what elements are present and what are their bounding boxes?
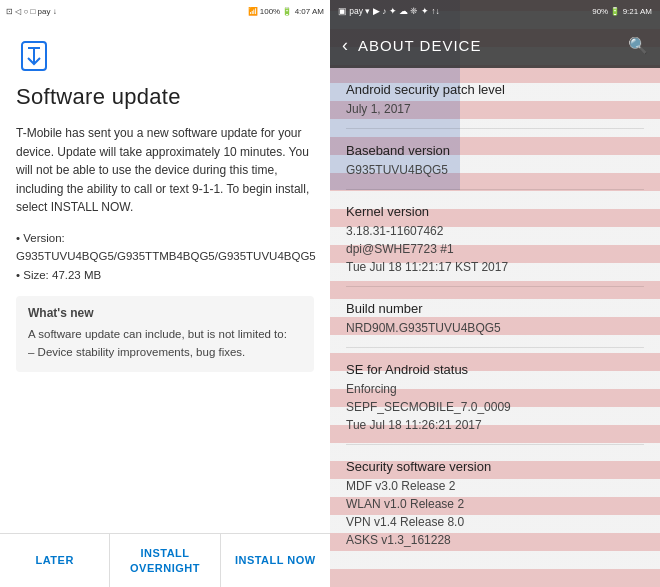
status-bar-left: ⊡ ◁ ○ □ pay ↓ 📶 100% 🔋 4:07 AM: [0, 0, 330, 22]
device-info-row: Android security patch levelJuly 1, 2017: [346, 68, 644, 129]
status-left: ▣ pay ▾ ▶ ♪ ✦ ☁ ❈ ✦ ↑↓: [338, 6, 440, 16]
device-info-list: Android security patch levelJuly 1, 2017…: [330, 68, 660, 587]
signal-battery-time: 📶 100% 🔋 4:07 AM: [248, 7, 324, 16]
right-panel: ▣ pay ▾ ▶ ♪ ✦ ☁ ❈ ✦ ↑↓ 90% 🔋 9:21 AM ‹ A…: [330, 0, 660, 587]
version-info: • Version: G935TUVU4BQG5/G935TTMB4BQG5/G…: [16, 229, 314, 284]
device-info-row: Baseband versionG935TUVU4BQG5: [346, 129, 644, 190]
later-button[interactable]: LATER: [0, 534, 110, 587]
info-row-value: Enforcing SEPF_SECMOBILE_7.0_0009 Tue Ju…: [346, 380, 644, 434]
whats-new-title: What's new: [28, 306, 302, 320]
info-row-label: Kernel version: [346, 204, 644, 219]
top-nav: ‹ ABOUT DEVICE 🔍: [330, 22, 660, 68]
install-now-button[interactable]: INSTALL NOW: [221, 534, 330, 587]
about-device-title: ABOUT DEVICE: [358, 37, 628, 54]
software-update-icon: [16, 38, 52, 74]
whats-new-text: A software update can include, but is no…: [28, 326, 302, 362]
info-row-label: Baseband version: [346, 143, 644, 158]
device-info-row: Security software versionMDF v3.0 Releas…: [346, 445, 644, 559]
info-row-label: Android security patch level: [346, 82, 644, 97]
device-info-row: SE for Android statusEnforcing SEPF_SECM…: [346, 348, 644, 445]
info-row-value: MDF v3.0 Release 2 WLAN v1.0 Release 2 V…: [346, 477, 644, 549]
status-bar-right-icons: 📶 100% 🔋 4:07 AM: [248, 7, 324, 16]
info-row-label: Security software version: [346, 459, 644, 474]
search-icon[interactable]: 🔍: [628, 36, 648, 55]
left-panel: ⊡ ◁ ○ □ pay ↓ 📶 100% 🔋 4:07 AM Software …: [0, 0, 330, 587]
info-row-value: July 1, 2017: [346, 100, 644, 118]
info-row-label: Build number: [346, 301, 644, 316]
status-right: 90% 🔋 9:21 AM: [592, 7, 652, 16]
status-left-icons: ▣ pay ▾ ▶ ♪ ✦ ☁ ❈ ✦ ↑↓: [338, 6, 440, 16]
info-row-value: G935TUVU4BQG5: [346, 161, 644, 179]
install-overnight-button[interactable]: INSTALL OVERNIGHT: [110, 534, 220, 587]
device-info-row: Build numberNRD90M.G935TUVU4BQG5: [346, 287, 644, 348]
info-row-value: NRD90M.G935TUVU4BQG5: [346, 319, 644, 337]
status-icons-left: ⊡ ◁ ○ □ pay ↓: [6, 7, 57, 16]
description-text: T-Mobile has sent you a new software upd…: [16, 124, 314, 217]
content-area: Software update T-Mobile has sent you a …: [0, 22, 330, 533]
back-button[interactable]: ‹: [342, 35, 348, 56]
page-title: Software update: [16, 84, 314, 110]
bottom-buttons: LATER INSTALL OVERNIGHT INSTALL NOW: [0, 533, 330, 587]
info-row-label: SE for Android status: [346, 362, 644, 377]
status-bar-right: ▣ pay ▾ ▶ ♪ ✦ ☁ ❈ ✦ ↑↓ 90% 🔋 9:21 AM: [330, 0, 660, 22]
device-info-row: Kernel version3.18.31-11607462 dpi@SWHE7…: [346, 190, 644, 287]
whats-new-box: What's new A software update can include…: [16, 296, 314, 372]
info-row-value: 3.18.31-11607462 dpi@SWHE7723 #1 Tue Jul…: [346, 222, 644, 276]
battery-time-right: 90% 🔋 9:21 AM: [592, 7, 652, 16]
status-bar-left-icons: ⊡ ◁ ○ □ pay ↓: [6, 7, 57, 16]
